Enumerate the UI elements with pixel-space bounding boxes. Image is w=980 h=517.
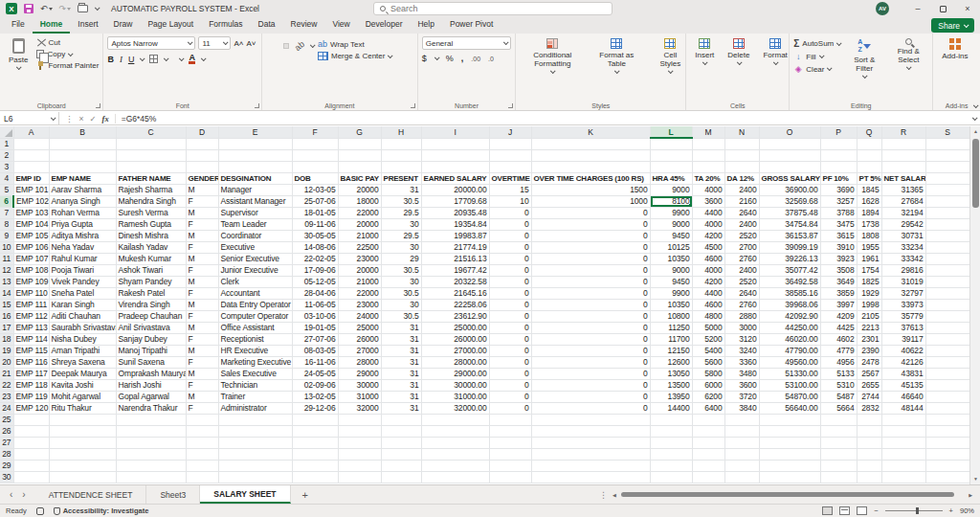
- cell-I19[interactable]: 27000.00: [421, 345, 489, 356]
- cell-C23[interactable]: Gopal Agarwal: [116, 391, 186, 402]
- cell-D26[interactable]: [186, 425, 218, 437]
- cell-R30[interactable]: [881, 471, 925, 483]
- cell-B1[interactable]: [49, 138, 116, 149]
- maximize-button[interactable]: [930, 0, 955, 17]
- cell-C3[interactable]: [116, 161, 186, 172]
- menu-tab-view[interactable]: View: [324, 17, 357, 34]
- name-box[interactable]: L6: [0, 112, 59, 125]
- cell-M27[interactable]: [692, 437, 724, 448]
- cell-M17[interactable]: 5000: [692, 322, 724, 333]
- cell-D20[interactable]: F: [186, 356, 218, 368]
- cell-R24[interactable]: 48144: [881, 402, 925, 414]
- cell-O12[interactable]: 35077.42: [759, 264, 820, 276]
- cell-F7[interactable]: 18-01-05: [292, 207, 338, 218]
- cell-C27[interactable]: [116, 437, 186, 448]
- cell-C2[interactable]: [116, 149, 186, 161]
- sort-filter-button[interactable]: AZ Sort & Filter: [844, 36, 884, 80]
- cell-R16[interactable]: 35779: [881, 310, 925, 322]
- column-header-L[interactable]: L: [650, 126, 692, 138]
- cell-O24[interactable]: 56640.00: [759, 402, 820, 414]
- cell-E17[interactable]: Office Assistant: [218, 322, 292, 333]
- cell-L22[interactable]: 13500: [650, 379, 692, 391]
- column-header-B[interactable]: B: [49, 126, 116, 138]
- cell-H20[interactable]: 31: [381, 356, 421, 368]
- cell-L10[interactable]: 10125: [650, 241, 692, 253]
- row-header-27[interactable]: 27: [0, 437, 13, 448]
- cell-H26[interactable]: [381, 425, 421, 437]
- cell-N3[interactable]: [724, 161, 759, 172]
- cell-R19[interactable]: 40622: [881, 345, 925, 356]
- align-right-button[interactable]: [283, 56, 289, 62]
- cell-O17[interactable]: 44250.00: [759, 322, 820, 333]
- cell-L27[interactable]: [650, 437, 692, 448]
- cell-R21[interactable]: 43831: [881, 368, 925, 379]
- cell-S11[interactable]: [925, 253, 969, 264]
- cell-I17[interactable]: 25000.00: [421, 322, 489, 333]
- cell-A14[interactable]: EMP 110: [13, 287, 49, 299]
- cell-G30[interactable]: [338, 471, 381, 483]
- cell-L26[interactable]: [650, 425, 692, 437]
- column-header-R[interactable]: R: [881, 126, 925, 138]
- cell-A5[interactable]: EMP 101: [13, 184, 49, 195]
- cell-P30[interactable]: [820, 471, 857, 483]
- cell-S22[interactable]: [925, 379, 969, 391]
- cell-A7[interactable]: EMP 103: [13, 207, 49, 218]
- cell-J10[interactable]: 0: [489, 241, 531, 253]
- cell-H11[interactable]: 29: [381, 253, 421, 264]
- cell-L21[interactable]: 13050: [650, 368, 692, 379]
- cell-H29[interactable]: [381, 460, 421, 471]
- cell-F18[interactable]: 27-07-06: [292, 333, 338, 345]
- cell-K14[interactable]: 0: [531, 287, 650, 299]
- row-header-29[interactable]: 29: [0, 460, 13, 471]
- cell-N6[interactable]: 2160: [724, 195, 759, 207]
- cell-R8[interactable]: 29542: [881, 218, 925, 230]
- cell-P3[interactable]: [820, 161, 857, 172]
- cell-L6[interactable]: 8100: [650, 195, 692, 207]
- cell-M12[interactable]: 4000: [692, 264, 724, 276]
- cell-S19[interactable]: [925, 345, 969, 356]
- cell-S16[interactable]: [925, 310, 969, 322]
- cell-M11[interactable]: 4600: [692, 253, 724, 264]
- cell-M28[interactable]: [692, 448, 724, 460]
- cell-Q11[interactable]: 1961: [857, 253, 881, 264]
- bold-button[interactable]: B: [107, 55, 114, 64]
- cell-O27[interactable]: [759, 437, 820, 448]
- cell-P16[interactable]: 4209: [820, 310, 857, 322]
- cell-B8[interactable]: Priya Gupta: [49, 218, 116, 230]
- cell-P11[interactable]: 3923: [820, 253, 857, 264]
- cell-R26[interactable]: [881, 425, 925, 437]
- cell-L24[interactable]: 14400: [650, 402, 692, 414]
- cell-F1[interactable]: [292, 138, 338, 149]
- cell-K19[interactable]: 0: [531, 345, 650, 356]
- cell-B14[interactable]: Sneha Patel: [49, 287, 116, 299]
- cell-O25[interactable]: [759, 414, 820, 425]
- cell-B29[interactable]: [49, 460, 116, 471]
- cell-G26[interactable]: [338, 425, 381, 437]
- cell-A12[interactable]: EMP 108: [13, 264, 49, 276]
- cell-M9[interactable]: 4200: [692, 230, 724, 241]
- clipboard-dialog-launcher[interactable]: [96, 103, 100, 108]
- decrease-indent-button[interactable]: [292, 56, 298, 62]
- cell-S28[interactable]: [925, 448, 969, 460]
- cell-Q28[interactable]: [857, 448, 881, 460]
- cell-P14[interactable]: 3859: [820, 287, 857, 299]
- cell-L9[interactable]: 9450: [650, 230, 692, 241]
- column-header-E[interactable]: E: [218, 126, 292, 138]
- menu-tab-insert[interactable]: Insert: [70, 17, 105, 34]
- row-header-26[interactable]: 26: [0, 425, 13, 437]
- cell-F23[interactable]: 13-02-05: [292, 391, 338, 402]
- cell-S2[interactable]: [925, 149, 969, 161]
- cell-O3[interactable]: [759, 161, 820, 172]
- cell-H13[interactable]: 30: [381, 276, 421, 287]
- cell-D3[interactable]: [186, 161, 218, 172]
- cell-A28[interactable]: [13, 448, 49, 460]
- cell-P7[interactable]: 3788: [820, 207, 857, 218]
- cell-G15[interactable]: 23000: [338, 299, 381, 310]
- confirm-entry-icon[interactable]: ✓: [89, 114, 96, 124]
- cell-R6[interactable]: 27684: [881, 195, 925, 207]
- cell-R5[interactable]: 31365: [881, 184, 925, 195]
- cell-Q23[interactable]: 2744: [857, 391, 881, 402]
- cell-D7[interactable]: M: [186, 207, 218, 218]
- cell-H9[interactable]: 29.5: [381, 230, 421, 241]
- cell-K10[interactable]: 0: [531, 241, 650, 253]
